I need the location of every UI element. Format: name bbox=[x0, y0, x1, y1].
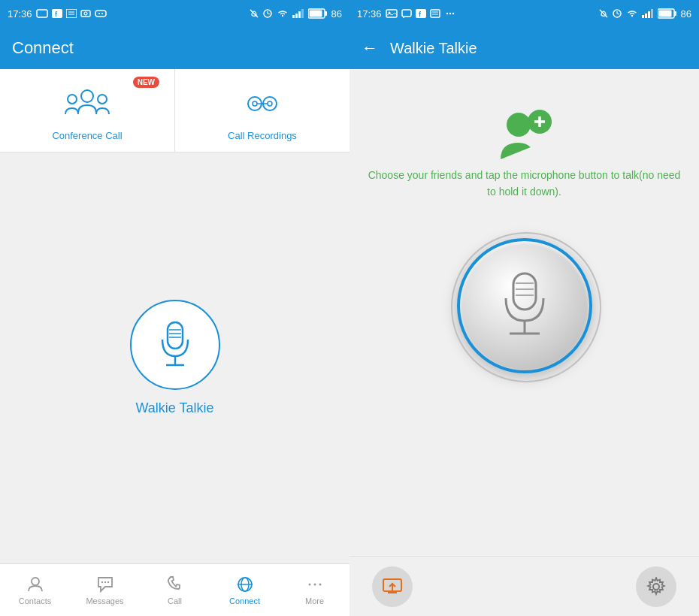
call-recordings-item[interactable]: Call Recordings bbox=[175, 69, 350, 152]
right-bottom-bar bbox=[350, 556, 699, 616]
camera-icon bbox=[80, 9, 91, 18]
svg-point-16 bbox=[281, 15, 283, 17]
svg-rect-70 bbox=[674, 11, 676, 16]
contacts-icon bbox=[26, 575, 44, 593]
svg-line-62 bbox=[617, 14, 619, 14]
right-main-content: Choose your friends and tap the micropho… bbox=[350, 69, 699, 556]
right-fb-icon: f bbox=[416, 9, 426, 18]
nav-contacts[interactable]: Contacts bbox=[0, 569, 70, 611]
right-time-display: 17:36 bbox=[357, 8, 382, 20]
signal-icon bbox=[292, 9, 304, 18]
svg-rect-23 bbox=[325, 11, 327, 16]
wifi-icon bbox=[277, 9, 289, 18]
battery-percent: 86 bbox=[331, 8, 342, 20]
chat-icon bbox=[36, 9, 48, 18]
conference-call-label: Conference Call bbox=[52, 130, 122, 141]
svg-rect-19 bbox=[298, 11, 301, 18]
menu-grid: NEW Conference Call bbox=[0, 69, 350, 152]
back-button[interactable]: ← bbox=[362, 38, 378, 58]
nav-more[interactable]: More bbox=[280, 569, 350, 611]
messages-icon bbox=[96, 575, 114, 593]
svg-rect-65 bbox=[645, 14, 647, 18]
left-app-header: Connect bbox=[0, 27, 350, 69]
svg-point-28 bbox=[253, 101, 257, 106]
left-status-bar: 17:36 f 86 bbox=[0, 0, 350, 27]
walkie-talkie-mic-icon bbox=[153, 319, 198, 371]
time-display: 17:36 bbox=[8, 8, 32, 20]
svg-point-11 bbox=[101, 13, 103, 14]
svg-rect-1 bbox=[52, 9, 62, 18]
add-friend-svg bbox=[495, 107, 555, 167]
svg-rect-75 bbox=[513, 273, 536, 310]
right-mute-icon bbox=[599, 9, 608, 18]
svg-point-57 bbox=[449, 13, 450, 14]
svg-point-39 bbox=[101, 581, 102, 582]
right-status-left: 17:36 f bbox=[357, 8, 456, 20]
nav-connect[interactable]: Connect bbox=[210, 569, 280, 611]
big-mic-button[interactable] bbox=[457, 238, 592, 373]
svg-point-46 bbox=[313, 583, 316, 585]
svg-point-38 bbox=[32, 578, 39, 585]
upload-button[interactable] bbox=[372, 566, 413, 607]
nav-messages-label: Messages bbox=[86, 596, 123, 605]
right-battery-icon bbox=[658, 8, 677, 19]
clock-icon bbox=[262, 9, 273, 18]
svg-rect-51 bbox=[416, 9, 426, 18]
right-chat-icon bbox=[401, 9, 412, 18]
svg-rect-32 bbox=[168, 322, 183, 349]
nav-call[interactable]: Call bbox=[140, 569, 210, 611]
svg-rect-50 bbox=[402, 10, 411, 17]
svg-rect-3 bbox=[66, 9, 77, 18]
svg-rect-18 bbox=[295, 14, 298, 18]
right-more-dots-icon bbox=[444, 9, 456, 18]
doc-icon bbox=[66, 9, 77, 18]
walkie-talkie-circle bbox=[130, 300, 220, 390]
right-img-icon bbox=[386, 9, 398, 18]
connect-icon bbox=[236, 575, 254, 593]
svg-rect-22 bbox=[309, 11, 322, 17]
svg-point-71 bbox=[507, 113, 531, 137]
svg-point-40 bbox=[104, 581, 105, 582]
right-wifi-icon bbox=[626, 9, 638, 18]
svg-point-7 bbox=[84, 12, 87, 15]
svg-rect-20 bbox=[301, 9, 304, 18]
battery-icon bbox=[308, 8, 328, 19]
left-status-time: 17:36 f bbox=[8, 8, 107, 20]
nav-call-label: Call bbox=[168, 596, 182, 605]
svg-point-63 bbox=[631, 15, 632, 17]
svg-line-15 bbox=[268, 14, 270, 14]
instruction-content: Choose your friends and tap the micropho… bbox=[368, 169, 681, 198]
nav-contacts-label: Contacts bbox=[19, 596, 51, 605]
svg-rect-64 bbox=[642, 15, 644, 18]
right-battery-percent: 86 bbox=[681, 8, 691, 20]
call-recordings-icon bbox=[240, 83, 285, 124]
settings-button[interactable] bbox=[636, 566, 676, 607]
conference-call-icon bbox=[65, 83, 110, 124]
walkie-talkie-item[interactable]: Walkie Talkie bbox=[130, 300, 220, 416]
right-clock-icon bbox=[612, 9, 622, 18]
svg-point-47 bbox=[319, 583, 321, 585]
svg-rect-6 bbox=[81, 11, 90, 17]
right-signal-icon bbox=[642, 9, 654, 18]
add-friend-icon bbox=[495, 107, 555, 167]
svg-point-41 bbox=[107, 581, 108, 582]
svg-rect-0 bbox=[37, 10, 47, 17]
svg-rect-53 bbox=[431, 10, 440, 17]
nav-messages[interactable]: Messages bbox=[70, 569, 140, 611]
fb-icon: f bbox=[52, 9, 62, 18]
right-header-title: Walkie Talkie bbox=[390, 40, 477, 57]
more-icon bbox=[306, 575, 324, 593]
svg-point-58 bbox=[452, 13, 453, 14]
right-app-header: ← Walkie Talkie bbox=[350, 27, 699, 69]
svg-point-45 bbox=[308, 583, 310, 585]
left-status-icons: 86 bbox=[250, 8, 342, 20]
svg-rect-17 bbox=[292, 15, 295, 18]
svg-point-30 bbox=[268, 101, 272, 106]
conference-call-item[interactable]: NEW Conference Call bbox=[0, 69, 175, 152]
call-icon bbox=[166, 575, 184, 593]
svg-rect-8 bbox=[95, 11, 106, 17]
left-main-content: Walkie Talkie bbox=[0, 152, 350, 563]
call-recordings-label: Call Recordings bbox=[228, 130, 297, 141]
instruction-text: Choose your friends and tap the micropho… bbox=[350, 167, 699, 201]
right-doc-icon bbox=[430, 9, 440, 18]
